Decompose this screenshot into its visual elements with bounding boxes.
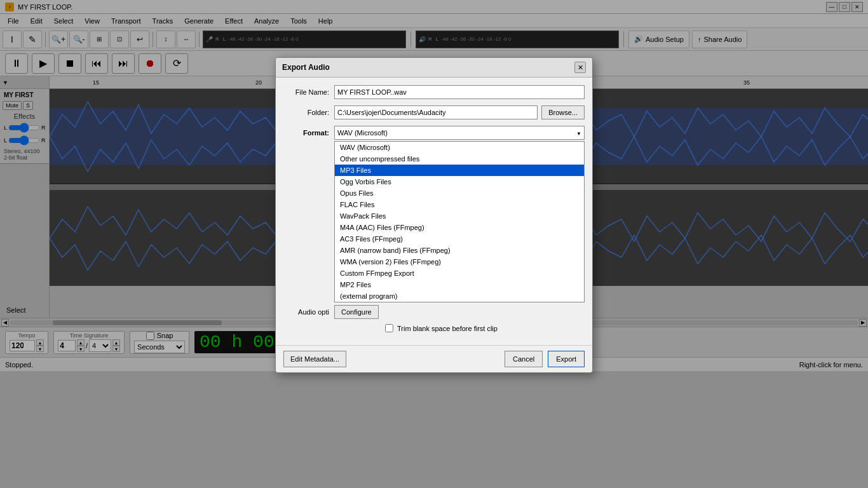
dropdown-item-opus[interactable]: Opus Files <box>335 187 584 199</box>
trim-label: Trim blank space before first clip <box>397 325 498 332</box>
dropdown-item-external[interactable]: (external program) <box>335 290 584 302</box>
format-selected-value: WAV (Microsoft) <box>337 129 388 137</box>
footer-left: Edit Metadata... <box>283 351 346 367</box>
format-row: Format: WAV (Microsoft) WAV (Microsoft) … <box>283 126 585 302</box>
file-name-row: File Name: <box>283 85 585 99</box>
dropdown-item-other[interactable]: Other uncompressed files <box>335 153 584 165</box>
format-dropdown-trigger[interactable]: WAV (Microsoft) <box>334 126 585 140</box>
audio-options-row: Audio opti Configure <box>283 305 585 319</box>
dropdown-item-wavpack[interactable]: WavPack Files <box>335 210 584 222</box>
dialog-footer: Edit Metadata... Cancel Export <box>276 345 592 372</box>
file-name-label: File Name: <box>283 88 334 96</box>
format-dropdown-list: WAV (Microsoft) Other uncompressed files… <box>334 141 585 302</box>
export-button[interactable]: Export <box>548 351 585 367</box>
export-dialog: Export Audio ✕ File Name: Folder: Browse… <box>275 57 593 373</box>
chevron-down-icon <box>576 129 581 137</box>
dropdown-item-wma[interactable]: WMA (version 2) Files (FFmpeg) <box>335 256 584 268</box>
browse-button[interactable]: Browse... <box>541 105 585 119</box>
folder-input[interactable] <box>334 105 538 119</box>
file-name-input[interactable] <box>334 85 585 99</box>
dropdown-item-mp3[interactable]: MP3 Files <box>335 165 584 176</box>
dropdown-item-wav[interactable]: WAV (Microsoft) <box>335 142 584 153</box>
configure-button[interactable]: Configure <box>334 305 379 319</box>
footer-right: Cancel Export <box>505 351 585 367</box>
dialog-title: Export Audio <box>282 63 330 72</box>
dialog-close-button[interactable]: ✕ <box>574 62 586 73</box>
dropdown-item-custom[interactable]: Custom FFmpeg Export <box>335 268 584 279</box>
dialog-overlay: Export Audio ✕ File Name: Folder: Browse… <box>0 0 868 488</box>
dialog-titlebar: Export Audio ✕ <box>276 58 592 78</box>
dropdown-item-ogg[interactable]: Ogg Vorbis Files <box>335 176 584 187</box>
folder-row: Folder: Browse... <box>283 105 585 119</box>
dropdown-item-amr[interactable]: AMR (narrow band) Files (FFmpeg) <box>335 245 584 256</box>
trim-checkbox[interactable] <box>385 324 393 332</box>
dropdown-item-m4a[interactable]: M4A (AAC) Files (FFmpeg) <box>335 222 584 233</box>
dropdown-item-ac3[interactable]: AC3 Files (FFmpeg) <box>335 233 584 245</box>
cancel-button[interactable]: Cancel <box>505 351 543 367</box>
dialog-body: File Name: Folder: Browse... Format: WAV… <box>276 78 592 345</box>
dropdown-item-mp2[interactable]: MP2 Files <box>335 279 584 290</box>
edit-metadata-button[interactable]: Edit Metadata... <box>283 351 346 367</box>
dropdown-item-flac[interactable]: FLAC Files <box>335 199 584 210</box>
audio-options-label: Audio opti <box>283 308 334 316</box>
trim-row: Trim blank space before first clip <box>334 324 585 332</box>
format-label: Format: <box>283 129 334 137</box>
folder-label: Folder: <box>283 109 334 116</box>
format-select-wrapper: WAV (Microsoft) <box>334 126 585 140</box>
